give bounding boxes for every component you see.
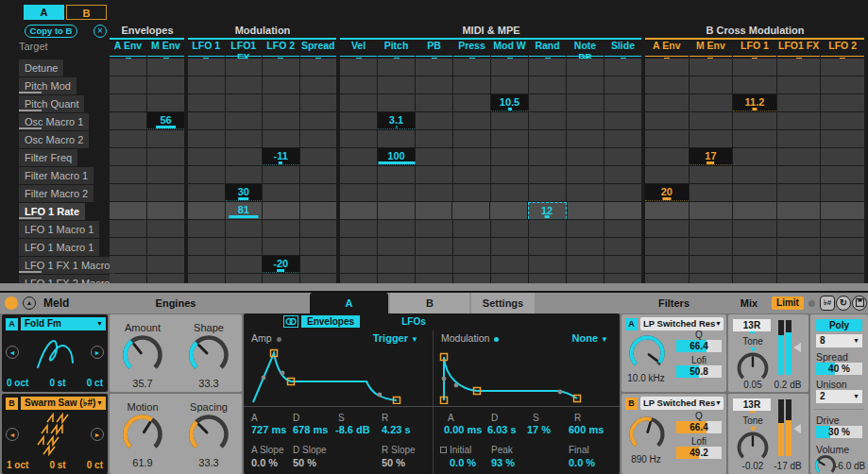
matrix-cell[interactable] — [645, 59, 689, 76]
mod-initial-value[interactable]: 0.0 % — [450, 457, 476, 468]
matrix-cell[interactable] — [147, 130, 184, 147]
filter-b-freq-value[interactable]: 890 Hz — [621, 454, 671, 465]
tab-a[interactable]: A — [310, 293, 388, 313]
matrix-cell[interactable] — [188, 76, 225, 93]
matrix-cell[interactable] — [300, 94, 337, 111]
matrix-cell[interactable] — [226, 220, 263, 237]
matrix-cell[interactable] — [110, 94, 146, 111]
matrix-cell[interactable] — [491, 112, 528, 129]
target-row-label[interactable]: Detune — [0, 59, 110, 76]
matrix-cell[interactable] — [340, 76, 377, 93]
filter-a-chip[interactable]: A — [625, 318, 638, 330]
target-row-label[interactable]: Filter Macro 1 — [0, 166, 110, 183]
matrix-cell[interactable]: 56 — [147, 112, 184, 129]
matrix-cell[interactable] — [604, 166, 641, 183]
matrix-cell[interactable] — [733, 238, 776, 255]
voices-select[interactable]: 8▼ — [816, 334, 862, 347]
matrix-cell[interactable] — [110, 59, 146, 76]
matrix-cell[interactable] — [689, 184, 733, 201]
matrix-cell[interactable] — [733, 202, 776, 219]
amp-attack-value[interactable]: 727 ms — [251, 424, 286, 435]
matrix-cell[interactable] — [188, 130, 225, 147]
matrix-cell[interactable] — [733, 112, 776, 129]
matrix-tab-b[interactable]: B — [66, 5, 107, 20]
matrix-cell[interactable] — [645, 94, 689, 111]
matrix-cell[interactable] — [226, 166, 263, 183]
filter-a-freq-value[interactable]: 10.0 kHz — [621, 373, 671, 383]
matrix-cell[interactable] — [689, 130, 733, 147]
target-row-label[interactable]: LFO 1 Rate — [0, 202, 110, 219]
matrix-cell[interactable] — [567, 130, 604, 147]
matrix-cell[interactable] — [378, 59, 415, 76]
matrix-cell[interactable] — [263, 94, 299, 111]
matrix-cell[interactable] — [777, 148, 821, 165]
matrix-tab-a[interactable]: A — [24, 5, 64, 20]
matrix-cell[interactable] — [378, 94, 415, 111]
mix-b-fader-handle-icon[interactable] — [793, 424, 801, 433]
matrix-cell[interactable] — [110, 238, 146, 255]
matrix-cell[interactable] — [416, 238, 452, 255]
matrix-cell[interactable] — [416, 220, 452, 237]
matrix-cell[interactable] — [529, 130, 566, 147]
matrix-cell[interactable] — [263, 202, 299, 219]
matrix-cell[interactable] — [147, 76, 184, 93]
matrix-cell[interactable] — [604, 94, 641, 111]
matrix-cell[interactable] — [777, 59, 821, 76]
matrix-cell[interactable] — [689, 256, 733, 273]
target-row-label[interactable]: Osc Macro 2 — [0, 130, 110, 147]
matrix-cell[interactable] — [604, 256, 641, 273]
amount-value[interactable]: 35.7 — [110, 378, 176, 389]
matrix-cell[interactable] — [821, 112, 864, 129]
mix-b-pan[interactable]: 13R — [733, 398, 771, 411]
matrix-cell[interactable] — [416, 256, 452, 273]
matrix-cell[interactable] — [777, 220, 821, 237]
matrix-cell[interactable] — [378, 256, 415, 273]
matrix-cell[interactable] — [733, 166, 776, 183]
matrix-cell[interactable] — [529, 112, 566, 129]
mod-attack-value[interactable]: 0.00 ms — [444, 424, 482, 435]
matrix-cell[interactable] — [453, 94, 490, 111]
matrix-cell[interactable] — [340, 256, 377, 273]
matrix-cell[interactable] — [491, 148, 528, 165]
engine-a-chip[interactable]: A — [6, 318, 18, 330]
amp-sustain-value[interactable]: -8.6 dB — [335, 424, 370, 435]
matrix-cell[interactable] — [110, 184, 146, 201]
matrix-cell[interactable] — [689, 220, 733, 237]
target-row-label[interactable]: Filter Freq — [0, 148, 110, 165]
matrix-cell[interactable] — [188, 94, 225, 111]
matrix-cell[interactable] — [567, 148, 604, 165]
amp-envelope-curve[interactable] — [247, 346, 427, 404]
filter-a-type-select[interactable]: LP Switched Res▼ — [640, 317, 723, 330]
unison-select[interactable]: 2▼ — [816, 390, 862, 403]
matrix-cell[interactable] — [529, 238, 566, 255]
matrix-cell[interactable] — [777, 112, 821, 129]
matrix-cell[interactable] — [340, 112, 377, 129]
matrix-cell[interactable] — [263, 76, 299, 93]
matrix-cell[interactable] — [300, 148, 337, 165]
engine-a-prev-icon[interactable]: ◄ — [6, 346, 19, 359]
matrix-cell[interactable] — [604, 148, 641, 165]
spacing-knob[interactable] — [189, 415, 229, 454]
mod-decay-value[interactable]: 6.03 s — [487, 424, 517, 435]
matrix-cell[interactable] — [491, 238, 528, 255]
matrix-cell[interactable] — [529, 184, 566, 201]
matrix-cell[interactable] — [567, 112, 604, 129]
matrix-cell[interactable] — [491, 166, 528, 183]
filter-b-freq-knob[interactable] — [629, 416, 665, 452]
matrix-cell[interactable] — [645, 112, 689, 129]
matrix-cell[interactable] — [604, 130, 641, 147]
matrix-cell[interactable] — [733, 130, 776, 147]
matrix-cell[interactable] — [529, 256, 566, 273]
matrix-cell[interactable] — [645, 256, 689, 273]
hot-swap-icon[interactable]: ↻ — [836, 296, 851, 311]
matrix-cell[interactable] — [777, 76, 821, 93]
matrix-cell[interactable] — [529, 94, 566, 111]
matrix-cell[interactable] — [452, 202, 489, 219]
filter-a-freq-knob[interactable] — [629, 335, 665, 371]
amount-knob[interactable] — [123, 335, 162, 375]
matrix-cell[interactable] — [300, 238, 337, 255]
matrix-cell[interactable] — [263, 238, 299, 255]
matrix-cell[interactable] — [645, 130, 689, 147]
matrix-cell[interactable] — [733, 256, 776, 273]
target-row-label[interactable]: Osc Macro 1 — [0, 112, 110, 129]
